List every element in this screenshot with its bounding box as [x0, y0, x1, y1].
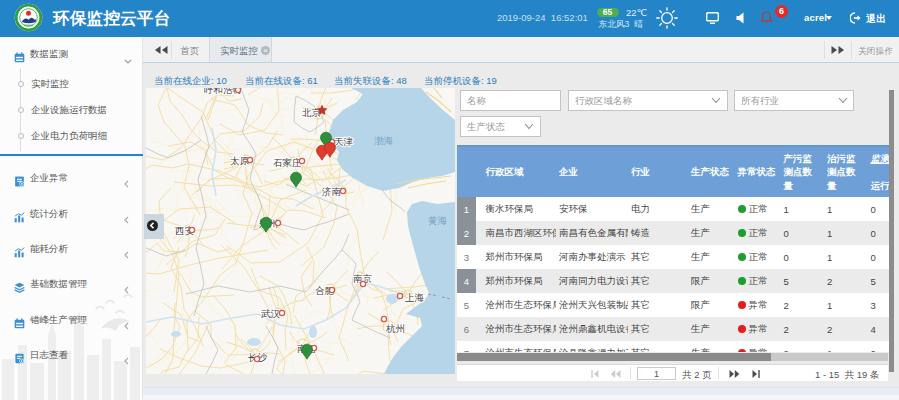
svg-text:上海: 上海 — [405, 292, 425, 303]
svg-text:武汉: 武汉 — [261, 308, 281, 319]
svg-text:天津: 天津 — [334, 136, 354, 147]
svg-text:济南: 济南 — [322, 186, 341, 197]
svg-text:太原: 太原 — [230, 155, 250, 166]
svg-text:杭州: 杭州 — [386, 323, 405, 334]
svg-text:黄海: 黄海 — [428, 215, 448, 226]
svg-text:石家庄: 石家庄 — [273, 157, 302, 168]
svg-text:渤海: 渤海 — [374, 135, 394, 146]
